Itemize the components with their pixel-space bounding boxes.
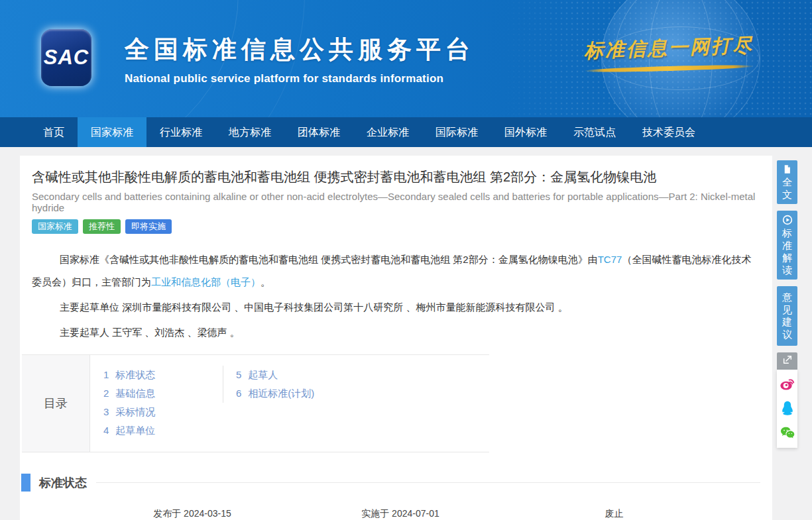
table-of-contents: 目录 1标准状态 2基础信息 3采标情况 4起草单位 5起草人 6相近标准(计划… (22, 354, 489, 452)
standard-title-en: Secondary cells and batteries containing… (32, 191, 760, 213)
social-share-panel (777, 370, 797, 448)
site-title-block: 全国标准信息公共服务平台 National public service pla… (125, 33, 475, 85)
nav-item-international-standards[interactable]: 国际标准 (422, 117, 491, 147)
interpretation-button[interactable]: 标准解读 (777, 211, 797, 280)
badge-recommended: 推荐性 (83, 219, 121, 234)
play-circle-icon (782, 215, 793, 227)
toc-item-drafters[interactable]: 5起草人 (236, 366, 314, 384)
milestone-implemented-label: 实施于 2024-07-01 (361, 508, 439, 520)
toc-label: 目录 (22, 355, 90, 452)
feedback-label: 意见建议 (782, 291, 793, 340)
sac-logo[interactable]: SAC (41, 29, 91, 86)
slogan-text: 标准信息一网打尽 (583, 32, 754, 65)
ministry-link[interactable]: 工业和信息化部（电子） (151, 276, 261, 287)
nav-item-group-standards[interactable]: 团体标准 (284, 117, 353, 147)
qq-icon[interactable] (780, 400, 795, 416)
toc-item-adoption[interactable]: 3采标情况 (103, 403, 223, 421)
intro-suffix: 。 (261, 276, 270, 287)
share-button[interactable] (777, 352, 797, 370)
tc77-link[interactable]: TC77 (598, 254, 622, 265)
badge-national-standard: 国家标准 (32, 219, 78, 234)
nav-item-home[interactable]: 首页 (30, 117, 78, 147)
fulltext-label: 全文 (782, 176, 793, 201)
standard-info-block: 国家标准《含碱性或其他非酸性电解质的蓄电池和蓄电池组 便携式密封蓄电池和蓄电池组… (32, 248, 760, 344)
fulltext-button[interactable]: 全文 (777, 160, 797, 204)
toc-item-standard-status[interactable]: 1标准状态 (103, 366, 223, 384)
document-icon (782, 164, 792, 176)
milestone-published-label: 发布于 2024-03-15 (153, 508, 231, 520)
side-toolbar: 全文 标准解读 意见建议 (777, 160, 797, 448)
wechat-icon[interactable] (780, 425, 795, 441)
toc-column-1: 1标准状态 2基础信息 3采标情况 4起草单位 (90, 366, 223, 452)
drafters-paragraph: 主要起草人 王守军 、刘浩杰 、梁德声 。 (32, 321, 760, 344)
toc-item-basic-info[interactable]: 2基础信息 (103, 384, 223, 403)
main-nav: 首页 国家标准 行业标准 地方标准 团体标准 企业标准 国际标准 国外标准 示范… (0, 117, 812, 147)
slogan-banner: 标准信息一网打尽 (584, 35, 754, 71)
intro-paragraph: 国家标准《含碱性或其他非酸性电解质的蓄电池和蓄电池组 便携式密封蓄电池和蓄电池组… (32, 248, 760, 293)
nav-item-pilot-programs[interactable]: 示范试点 (560, 117, 629, 147)
section-divider-line (96, 482, 760, 483)
nav-item-foreign-standards[interactable]: 国外标准 (491, 117, 560, 147)
site-subtitle: National public service platform for sta… (125, 72, 475, 85)
interpretation-label: 标准解读 (782, 227, 793, 276)
toc-content: 1标准状态 2基础信息 3采标情况 4起草单位 5起草人 6相近标准(计划) (90, 355, 489, 452)
nav-item-enterprise-standards[interactable]: 企业标准 (353, 117, 422, 147)
intro-prefix: 国家标准《含碱性或其他非酸性电解质的蓄电池和蓄电池组 便携式密封蓄电池和蓄电池组… (60, 254, 598, 265)
toc-item-drafting-units[interactable]: 4起草单位 (103, 421, 223, 440)
status-section-header: 标准状态 (21, 474, 760, 492)
nav-item-industry-standards[interactable]: 行业标准 (146, 117, 215, 147)
nav-item-national-standards[interactable]: 国家标准 (78, 117, 146, 147)
drafting-units-paragraph: 主要起草单位 深圳市量能科技有限公司 、中国电子科技集团公司第十八研究所 、梅州… (32, 296, 760, 319)
nav-item-technical-committees[interactable]: 技术委员会 (629, 117, 709, 147)
share-icon (782, 354, 793, 368)
share-group (777, 352, 797, 448)
toc-item-similar-standards[interactable]: 6相近标准(计划) (236, 384, 314, 403)
toc-column-2: 5起草人 6相近标准(计划) (223, 366, 314, 403)
site-header: SAC 全国标准信息公共服务平台 National public service… (0, 0, 812, 117)
weibo-icon[interactable] (780, 376, 795, 391)
feedback-button[interactable]: 意见建议 (777, 286, 797, 346)
standard-detail-card: 含碱性或其他非酸性电解质的蓄电池和蓄电池组 便携式密封蓄电池和蓄电池组 第2部分… (20, 156, 772, 520)
milestone-abolished-label: 废止 (605, 508, 624, 520)
badge-row: 国家标准 推荐性 即将实施 (32, 219, 760, 234)
status-section-title: 标准状态 (39, 475, 87, 491)
status-timeline: 发布于 2024-03-15 实施于 2024-07-01 废止 (38, 501, 754, 520)
page: SAC 全国标准信息公共服务平台 National public service… (0, 0, 812, 520)
nav-item-local-standards[interactable]: 地方标准 (215, 117, 284, 147)
section-accent-bar (21, 474, 30, 492)
standard-title-cn: 含碱性或其他非酸性电解质的蓄电池和蓄电池组 便携式密封蓄电池和蓄电池组 第2部分… (32, 156, 760, 186)
site-title: 全国标准信息公共服务平台 (125, 33, 475, 66)
badge-upcoming-implementation: 即将实施 (125, 219, 172, 234)
